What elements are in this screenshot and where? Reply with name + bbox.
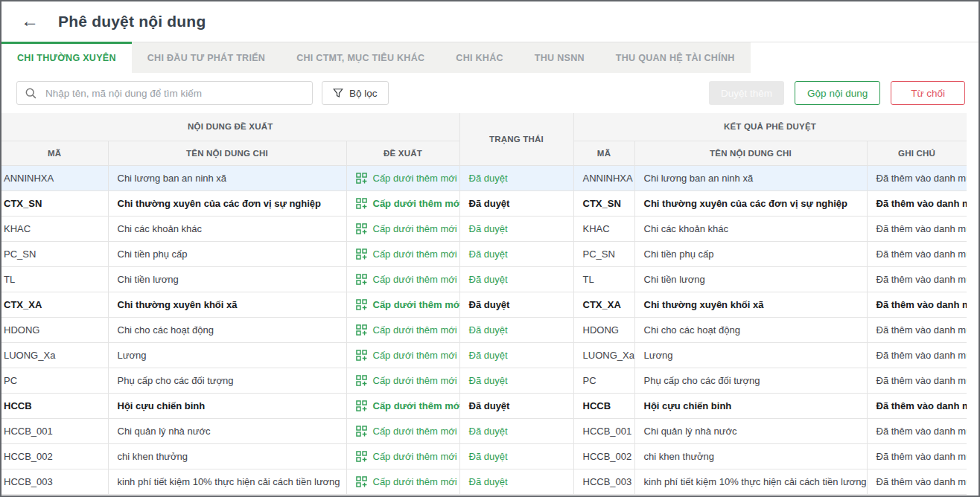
- cell-ghi-chu[interactable]: Đã thêm vào danh mục: [867, 317, 967, 342]
- cell-ten-proposal[interactable]: Hội cựu chiến binh: [108, 393, 346, 418]
- cell-ma-proposal[interactable]: HCCB_001: [1, 418, 108, 443]
- tab-5[interactable]: THU QUAN HỆ TÀI CHÍNH: [600, 42, 751, 73]
- cell-ghi-chu[interactable]: Đã thêm vào danh mục: [867, 241, 967, 266]
- back-button[interactable]: ←: [21, 12, 39, 30]
- tab-4[interactable]: THU NSNN: [519, 42, 600, 73]
- cell-ghi-chu[interactable]: Đã thêm vào danh mục: [867, 165, 967, 190]
- approve-more-button[interactable]: Duyệt thêm: [709, 81, 784, 105]
- cell-ten-proposal[interactable]: Chi lương ban an ninh xã: [108, 165, 346, 190]
- cell-ghi-chu[interactable]: Đã thêm vào danh mục: [867, 292, 967, 317]
- filter-button[interactable]: Bộ lọc: [322, 81, 389, 105]
- cell-ma-result[interactable]: HCCB_001: [573, 418, 634, 443]
- cell-de-xuat[interactable]: Cấp dưới thêm mới: [346, 216, 459, 241]
- cell-ten-proposal[interactable]: Chi các khoản khác: [108, 216, 346, 241]
- vertical-scrollbar-track[interactable]: [967, 113, 979, 495]
- reject-button[interactable]: Từ chối: [891, 81, 965, 105]
- tab-1[interactable]: CHI ĐẦU TƯ PHÁT TRIỂN: [132, 42, 281, 73]
- cell-trang-thai[interactable]: Đã duyệt: [459, 368, 573, 393]
- cell-ma-proposal[interactable]: HCCB_003: [1, 469, 108, 494]
- table-row[interactable]: HCCBHội cựu chiến binhCấp dưới thêm mớiĐ…: [1, 393, 967, 418]
- cell-ma-result[interactable]: CTX_SN: [573, 190, 634, 216]
- cell-ma-result[interactable]: CTX_XA: [573, 292, 634, 317]
- cell-de-xuat[interactable]: Cấp dưới thêm mới: [346, 190, 459, 216]
- cell-ghi-chu[interactable]: Đã thêm vào danh mục: [867, 443, 967, 469]
- tab-2[interactable]: CHI CTMT, MỤC TIÊU KHÁC: [281, 42, 440, 73]
- cell-de-xuat[interactable]: Cấp dưới thêm mới: [346, 317, 459, 342]
- search-input[interactable]: [44, 87, 305, 100]
- cell-ten-result[interactable]: Chi các khoản khác: [634, 216, 867, 241]
- cell-ma-proposal[interactable]: CTX_XA: [1, 292, 108, 317]
- cell-de-xuat[interactable]: Cấp dưới thêm mới: [346, 418, 459, 443]
- cell-trang-thai[interactable]: Đã duyệt: [459, 393, 573, 418]
- cell-ten-proposal[interactable]: Chi thường xuyên của các đơn vị sự nghiệ…: [108, 190, 346, 216]
- cell-ten-proposal[interactable]: Phụ cấp cho các đối tượng: [108, 368, 346, 393]
- cell-ma-result[interactable]: TL: [573, 266, 634, 292]
- cell-trang-thai[interactable]: Đã duyệt: [459, 418, 573, 443]
- cell-ten-result[interactable]: Chi tiền lương: [634, 266, 867, 292]
- cell-trang-thai[interactable]: Đã duyệt: [459, 469, 573, 494]
- cell-ghi-chu[interactable]: Đã thêm vào danh mục: [867, 418, 967, 443]
- cell-de-xuat[interactable]: Cấp dưới thêm mới: [346, 241, 459, 266]
- cell-trang-thai[interactable]: Đã duyệt: [459, 443, 573, 469]
- cell-de-xuat[interactable]: Cấp dưới thêm mới: [346, 165, 459, 190]
- cell-ma-result[interactable]: KHAC: [573, 216, 634, 241]
- table-row[interactable]: PC_SNChi tiền phụ cấpCấp dưới thêm mớiĐã…: [1, 241, 967, 266]
- search-box[interactable]: [16, 81, 313, 105]
- cell-ma-result[interactable]: HCCB: [573, 393, 634, 418]
- table-row[interactable]: LUONG_XaLươngCấp dưới thêm mớiĐã duyệtLU…: [1, 342, 967, 368]
- cell-trang-thai[interactable]: Đã duyệt: [459, 317, 573, 342]
- cell-de-xuat[interactable]: Cấp dưới thêm mới: [346, 368, 459, 393]
- cell-ghi-chu[interactable]: Đã thêm vào danh mục: [867, 469, 967, 494]
- cell-ma-proposal[interactable]: HDONG: [1, 317, 108, 342]
- cell-ten-result[interactable]: Chi cho các hoạt động: [634, 317, 867, 342]
- cell-trang-thai[interactable]: Đã duyệt: [459, 266, 573, 292]
- cell-ghi-chu[interactable]: Đã thêm vào danh mục: [867, 266, 967, 292]
- cell-ten-result[interactable]: Chi thường xuyên của các đơn vị sự nghiệ…: [634, 190, 867, 216]
- cell-trang-thai[interactable]: Đã duyệt: [459, 190, 573, 216]
- cell-ten-proposal[interactable]: Chi thường xuyên khối xã: [108, 292, 346, 317]
- merge-content-button[interactable]: Gộp nội dung: [795, 81, 880, 105]
- cell-ma-proposal[interactable]: KHAC: [1, 216, 108, 241]
- cell-trang-thai[interactable]: Đã duyệt: [459, 342, 573, 368]
- cell-de-xuat[interactable]: Cấp dưới thêm mới: [346, 292, 459, 317]
- cell-ma-result[interactable]: HDONG: [573, 317, 634, 342]
- cell-de-xuat[interactable]: Cấp dưới thêm mới: [346, 342, 459, 368]
- cell-ten-proposal[interactable]: Chi cho các hoạt động: [108, 317, 346, 342]
- cell-trang-thai[interactable]: Đã duyệt: [459, 292, 573, 317]
- table-row[interactable]: HCCB_003kinh phí tiết kiệm 10% thực hiện…: [1, 469, 967, 494]
- cell-ma-result[interactable]: PC: [573, 368, 634, 393]
- cell-ma-proposal[interactable]: PC: [1, 368, 108, 393]
- cell-ma-result[interactable]: HCCB_003: [573, 469, 634, 494]
- cell-ten-result[interactable]: Phụ cấp cho các đối tượng: [634, 368, 867, 393]
- cell-ghi-chu[interactable]: Đã thêm vào danh mục: [867, 216, 967, 241]
- tab-3[interactable]: CHI KHÁC: [440, 42, 519, 73]
- table-row[interactable]: HCCB_002chi khen thưởngCấp dưới thêm mới…: [1, 443, 967, 469]
- cell-ten-proposal[interactable]: Chi tiền phụ cấp: [108, 241, 346, 266]
- table-row[interactable]: HCCB_001Chi quản lý nhà nướcCấp dưới thê…: [1, 418, 967, 443]
- cell-ma-proposal[interactable]: TL: [1, 266, 108, 292]
- cell-ghi-chu[interactable]: Đã thêm vào danh mục: [867, 368, 967, 393]
- cell-ma-proposal[interactable]: PC_SN: [1, 241, 108, 266]
- cell-ten-result[interactable]: Hội cựu chiến binh: [634, 393, 867, 418]
- cell-ma-result[interactable]: ANNINHXA: [573, 165, 634, 190]
- cell-ten-proposal[interactable]: Chi quản lý nhà nước: [108, 418, 346, 443]
- cell-ten-result[interactable]: chi khen thưởng: [634, 443, 867, 469]
- cell-ma-proposal[interactable]: HCCB: [1, 393, 108, 418]
- cell-ma-proposal[interactable]: HCCB_002: [1, 443, 108, 469]
- tab-0[interactable]: CHI THƯỜNG XUYÊN: [1, 42, 132, 73]
- cell-ma-proposal[interactable]: ANNINHXA: [1, 165, 108, 190]
- table-row[interactable]: KHACChi các khoản khácCấp dưới thêm mớiĐ…: [1, 216, 967, 241]
- cell-ten-result[interactable]: Chi tiền phụ cấp: [634, 241, 867, 266]
- cell-ten-proposal[interactable]: kinh phí tiết kiệm 10% thực hiện cải các…: [108, 469, 346, 494]
- cell-trang-thai[interactable]: Đã duyệt: [459, 165, 573, 190]
- table-row[interactable]: HDONGChi cho các hoạt độngCấp dưới thêm …: [1, 317, 967, 342]
- table-row[interactable]: CTX_SNChi thường xuyên của các đơn vị sự…: [1, 190, 967, 216]
- cell-ma-result[interactable]: HCCB_002: [573, 443, 634, 469]
- cell-ghi-chu[interactable]: Đã thêm vào danh mục: [867, 190, 967, 216]
- cell-ma-proposal[interactable]: LUONG_Xa: [1, 342, 108, 368]
- cell-ten-result[interactable]: Chi thường xuyên khối xã: [634, 292, 867, 317]
- cell-ma-proposal[interactable]: CTX_SN: [1, 190, 108, 216]
- cell-ten-proposal[interactable]: chi khen thưởng: [108, 443, 346, 469]
- cell-ten-result[interactable]: Chi quản lý nhà nước: [634, 418, 867, 443]
- table-row[interactable]: TLChi tiền lươngCấp dưới thêm mớiĐã duyệ…: [1, 266, 967, 292]
